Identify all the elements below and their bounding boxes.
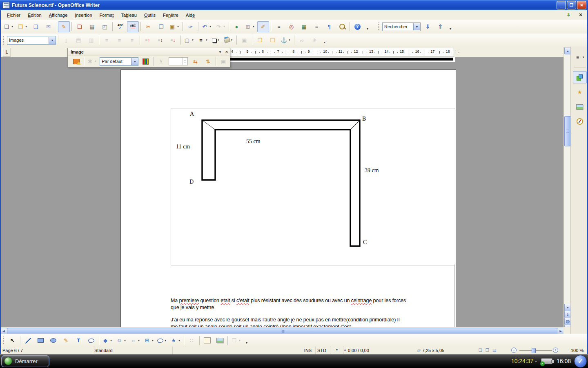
draw-functions-button[interactable]: ✐: [257, 21, 269, 32]
new-document-button[interactable]: ❏▾: [2, 21, 15, 32]
zoom-level[interactable]: 100 %: [568, 346, 586, 354]
block-arrows-button[interactable]: ⇔▾: [129, 335, 142, 346]
toolbar-overflow-button[interactable]: ▾: [322, 35, 327, 45]
menu-affichage[interactable]: Affichage: [45, 10, 71, 20]
rectangle-button[interactable]: [35, 335, 47, 346]
image-toolbar-close-button[interactable]: ✕: [223, 50, 230, 54]
transparency-value-spin-arrows[interactable]: ▲▼: [182, 58, 187, 65]
print-button[interactable]: ▤: [86, 21, 98, 32]
zoom-out-button[interactable]: −: [511, 346, 518, 354]
graphics-mode-combo-arrow[interactable]: ▼: [131, 58, 138, 65]
menu-edition[interactable]: Édition: [24, 10, 45, 20]
image-floating-toolbar[interactable]: Image ▾ ✕ ✱▾Par défaut▼⊻▲▼⇆⇅▣: [67, 48, 230, 67]
cut-button[interactable]: ✂: [143, 21, 154, 32]
undo-button[interactable]: ↶▾: [200, 21, 213, 32]
navigator-deck-button[interactable]: [573, 115, 587, 128]
page-indicator[interactable]: Page 6 / 7: [0, 346, 94, 354]
graphics-mode-combo[interactable]: Par défaut▼: [100, 57, 138, 66]
autospellcheck-button[interactable]: ABC: [127, 21, 139, 32]
stars-banners-button[interactable]: ★▾: [169, 335, 182, 346]
borders-dropdown[interactable]: ▾: [191, 35, 195, 45]
callout-button[interactable]: [85, 335, 97, 346]
document-workspace[interactable]: A B C D 11 cm 55 cm 39 cm Ma premiere qu…: [0, 57, 564, 327]
horizontal-scrollbar[interactable]: ◀ ▶: [0, 327, 564, 334]
copy-button[interactable]: ❐: [155, 21, 167, 32]
image-from-file-button[interactable]: [70, 56, 82, 67]
borders-button[interactable]: ▢▾: [183, 35, 196, 46]
send-email-button[interactable]: ✉: [42, 21, 54, 32]
document-text[interactable]: Ma premiere question etait si c'etait pl…: [171, 297, 407, 327]
flip-horizontal-button[interactable]: ⇆: [189, 56, 201, 67]
paste-dropdown[interactable]: ▾: [176, 22, 180, 32]
find-replace-button[interactable]: ●●: [273, 21, 285, 32]
find-next-button[interactable]: ⇓: [422, 21, 434, 32]
page-style-indicator[interactable]: Standard: [92, 346, 173, 354]
window-titlebar[interactable]: Futura Science.rtf - OpenOffice Writer _…: [0, 0, 588, 10]
search-combo[interactable]: Rechercher▼: [382, 22, 421, 31]
gallery-deck-button[interactable]: ★: [573, 86, 587, 98]
taskbar-clock[interactable]: 16:08: [557, 358, 571, 364]
sidebar-menu-button[interactable]: ≡▾: [573, 51, 587, 63]
toolbar-grip[interactable]: [2, 336, 4, 345]
image-toolbar-menu-button[interactable]: ▾: [217, 50, 223, 54]
close-document-icon[interactable]: ✕: [577, 11, 584, 18]
move-to-top-button[interactable]: ↑: [142, 35, 154, 46]
menu-insertion[interactable]: Insertion: [71, 10, 96, 20]
search-combo-arrow[interactable]: ▼: [413, 23, 420, 30]
flip-vertical-button[interactable]: ⇅: [202, 56, 214, 67]
usb-device-icon[interactable]: ✓: [541, 358, 552, 364]
gallery-button[interactable]: ▦: [298, 21, 310, 32]
fontwork-button[interactable]: [201, 335, 213, 346]
send-to-back-button[interactable]: ❐: [267, 35, 278, 46]
toolbar-overflow-button[interactable]: ▾: [365, 22, 370, 31]
block-arrows-dropdown[interactable]: ▾: [137, 335, 141, 346]
menu-fenetre[interactable]: Fenêtre: [159, 10, 182, 20]
zoom-slider-thumb[interactable]: [532, 348, 536, 353]
ellipse-button[interactable]: [47, 335, 59, 346]
image-toolbar-titlebar[interactable]: Image ▾ ✕: [68, 48, 230, 56]
menu-aide[interactable]: Aide: [182, 10, 198, 20]
paragraph[interactable]: J'ai eu ma réponse avec le gousset mais …: [171, 316, 407, 327]
new-document-dropdown[interactable]: ▾: [10, 22, 14, 32]
freeform-line-button[interactable]: ✎: [60, 335, 72, 346]
toolbar-grip[interactable]: [2, 36, 4, 45]
stars-banners-dropdown[interactable]: ▾: [177, 335, 181, 346]
help-button[interactable]: ?: [352, 21, 363, 32]
photo-album-deck-button[interactable]: [573, 101, 587, 113]
tab-stop-selector[interactable]: L: [2, 48, 11, 56]
border-color-button[interactable]: ▾: [210, 35, 222, 46]
menu-tableau[interactable]: Tableau: [117, 10, 140, 20]
menu-fichier[interactable]: Fichier: [3, 10, 24, 20]
frame-style-combo[interactable]: Images▼: [7, 36, 56, 45]
page-preview-button[interactable]: ◰: [99, 21, 111, 32]
symbol-shapes-dropdown[interactable]: ▾: [123, 335, 127, 346]
paste-button[interactable]: ▣▾: [168, 21, 181, 32]
close-button[interactable]: ✕: [577, 1, 586, 9]
zoom-slider-track[interactable]: [519, 350, 552, 351]
callouts-dropdown[interactable]: ▾: [163, 335, 167, 346]
toolbar-grip[interactable]: [378, 22, 380, 31]
select-button[interactable]: ↖: [7, 335, 18, 346]
table-button[interactable]: ⊞▾: [243, 21, 256, 32]
toolbar-overflow-button[interactable]: ▾: [448, 22, 453, 31]
paragraph[interactable]: Ma premiere question etait si c'etait pl…: [171, 297, 407, 311]
antivirus-tray-icon[interactable]: ✓: [574, 355, 587, 368]
undo-dropdown[interactable]: ▾: [208, 22, 212, 32]
color-button[interactable]: [140, 56, 151, 67]
basic-shapes-button[interactable]: ◆▾: [101, 335, 114, 346]
insert-image-button[interactable]: [214, 335, 226, 346]
background-color-dropdown[interactable]: ▾: [230, 35, 234, 45]
open-dropdown[interactable]: ▾: [24, 22, 28, 32]
frame-style-combo-arrow[interactable]: ▼: [49, 37, 56, 44]
view-single-page-button[interactable]: ❏: [479, 348, 482, 352]
edit-file-button[interactable]: ✎: [58, 21, 70, 32]
anchor-button[interactable]: ⚓▾: [279, 35, 292, 46]
restore-button[interactable]: ❐: [567, 1, 576, 9]
document-page[interactable]: A B C D 11 cm 55 cm 39 cm Ma premiere qu…: [120, 70, 456, 327]
formatting-marks-button[interactable]: ¶: [323, 21, 335, 32]
minimize-button[interactable]: _: [557, 1, 566, 9]
move-up-down-button[interactable]: ↕: [154, 35, 166, 46]
data-sources-button[interactable]: ≡: [311, 21, 323, 32]
zoom-in-button[interactable]: +: [553, 346, 559, 354]
line-button[interactable]: [22, 335, 34, 346]
